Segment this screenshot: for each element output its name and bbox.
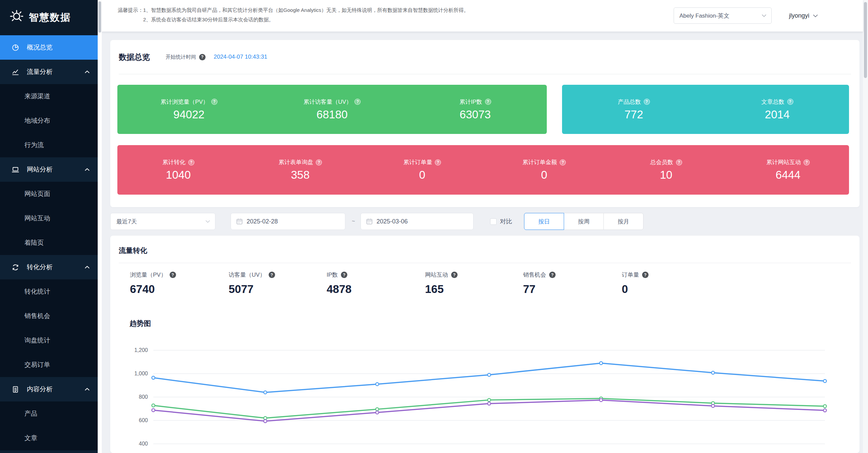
data-point[interactable] — [712, 405, 715, 408]
help-icon[interactable]: ? — [341, 272, 347, 278]
trend-line-chart[interactable]: 1,2001,000800600400 — [112, 344, 860, 453]
by-week-button[interactable]: 按周 — [564, 213, 604, 230]
date-range-select[interactable]: 最近7天 — [110, 213, 215, 230]
data-point[interactable] — [264, 391, 267, 394]
by-day-button[interactable]: 按日 — [524, 213, 564, 230]
data-point[interactable] — [824, 409, 827, 412]
stat-item: 累计订单量?0 — [361, 158, 483, 181]
traffic-section-title: 流量转化 — [119, 246, 147, 255]
help-icon[interactable]: ? — [642, 272, 649, 278]
data-point[interactable] — [488, 402, 491, 405]
sidebar-item-label: 产品 — [24, 409, 37, 418]
traffic-stat-item: 订单量?0 — [622, 271, 649, 296]
help-icon[interactable]: ? — [211, 99, 217, 105]
page-scrollbar[interactable] — [863, 0, 868, 453]
help-icon[interactable]: ? — [188, 159, 194, 165]
help-icon[interactable]: ? — [170, 272, 176, 278]
sidebar-item-site-pages[interactable]: 网站页面 — [0, 182, 98, 206]
sidebar-item-traffic-analysis[interactable]: 流量分析 — [0, 60, 98, 84]
stat-item: 累计网站互动?6444 — [727, 158, 849, 181]
sidebar-item-landing-page[interactable]: 着陆页 — [0, 231, 98, 255]
page-scrollbar-thumb[interactable] — [864, 2, 867, 78]
sidebar: 智慧数据 概况总览流量分析来源渠道地域分布行为流网站分析网站页面网站互动着陆页转… — [0, 0, 98, 453]
site-selector-value: Abely Fashion-英文 — [679, 12, 729, 20]
help-icon[interactable]: ? — [485, 99, 491, 105]
stat-value: 10 — [605, 169, 727, 181]
pie-chart-icon — [12, 44, 19, 52]
sidebar-scrollbar[interactable] — [98, 0, 102, 453]
data-point[interactable] — [264, 420, 267, 423]
end-date-input[interactable]: 2025-03-06 — [361, 213, 474, 230]
help-icon[interactable]: ? — [676, 159, 682, 165]
stat-label: 累计订单量 — [403, 158, 432, 166]
help-icon[interactable]: ? — [560, 159, 566, 165]
sidebar-item-label: 询盘统计 — [24, 336, 50, 345]
calendar-icon — [236, 218, 243, 225]
data-point[interactable] — [600, 398, 603, 401]
chevron-down-icon — [813, 14, 818, 18]
stat-item: 累计订单金额?0 — [483, 158, 605, 181]
sidebar-item-label: 着陆页 — [24, 238, 44, 247]
start-time-value: 2024-04-07 10:43:31 — [214, 54, 267, 60]
help-icon[interactable]: ? — [644, 99, 650, 105]
sidebar-item-overview[interactable]: 概况总览 — [0, 35, 98, 60]
data-point[interactable] — [712, 371, 715, 374]
sidebar-item-label: 交易订单 — [24, 360, 50, 369]
sidebar-item-label: 网站页面 — [24, 190, 50, 198]
data-point[interactable] — [152, 376, 155, 379]
sidebar-item-source-channel[interactable]: 来源渠道 — [0, 84, 98, 109]
help-icon[interactable]: ? — [549, 272, 556, 278]
sidebar-item-inquiry-stats[interactable]: 询盘统计 — [0, 328, 98, 353]
y-axis-tick-label: 800 — [139, 394, 148, 400]
help-icon[interactable]: ? — [354, 99, 361, 105]
sidebar-item-conversion-stats[interactable]: 转化统计 — [0, 279, 98, 304]
traffic-stat-value: 4878 — [327, 283, 351, 296]
document-icon — [12, 386, 19, 393]
help-icon[interactable]: ? — [451, 272, 458, 278]
help-icon[interactable]: ? — [199, 54, 206, 60]
help-icon[interactable]: ? — [269, 272, 275, 278]
compare-label: 对比 — [500, 217, 512, 225]
stat-label: 文章总数 — [761, 98, 785, 106]
tip-line-1: 1、智慧数据系统为我司自研产品，和其它统计分析类平台（如Google Analy… — [143, 5, 469, 15]
traffic-stat-value: 5077 — [229, 283, 275, 296]
user-menu[interactable]: jlyongyi — [789, 0, 818, 32]
help-icon[interactable]: ? — [804, 159, 810, 165]
compare-checkbox[interactable] — [490, 218, 497, 225]
sidebar-item-partial[interactable] — [0, 450, 98, 453]
data-point[interactable] — [488, 398, 491, 401]
sidebar-item-trade-orders[interactable]: 交易订单 — [0, 353, 98, 377]
data-point[interactable] — [376, 408, 379, 411]
help-icon[interactable]: ? — [787, 99, 793, 105]
data-point[interactable] — [152, 409, 155, 412]
sidebar-item-content-analysis[interactable]: 内容分析 — [0, 377, 98, 401]
site-selector[interactable]: Abely Fashion-英文 — [674, 7, 772, 24]
sidebar-item-sales-leads[interactable]: 销售机会 — [0, 304, 98, 328]
sidebar-item-conversion-analysis[interactable]: 转化分析 — [0, 255, 98, 279]
data-point[interactable] — [824, 379, 827, 382]
data-point[interactable] — [264, 417, 267, 420]
sidebar-item-site-analysis[interactable]: 网站分析 — [0, 157, 98, 182]
tips-label: 温馨提示： — [118, 5, 143, 24]
sidebar-item-articles[interactable]: 文章 — [0, 426, 98, 450]
by-month-button[interactable]: 按月 — [603, 213, 643, 230]
sidebar-item-site-interaction[interactable]: 网站互动 — [0, 206, 98, 231]
data-point[interactable] — [376, 411, 379, 414]
data-point[interactable] — [600, 361, 603, 365]
sidebar-item-behavior-flow[interactable]: 行为流 — [0, 133, 98, 157]
sidebar-item-region-distribution[interactable]: 地域分布 — [0, 109, 98, 133]
data-point[interactable] — [488, 373, 491, 376]
help-icon[interactable]: ? — [316, 159, 322, 165]
start-date-input[interactable]: 2025-02-28 — [231, 213, 345, 230]
sidebar-item-label: 流量分析 — [27, 67, 53, 76]
tip-line-2: 2、系统会在访客会话结束30分钟后显示本次会话的数据。 — [143, 15, 469, 24]
chevron-up-icon — [85, 388, 90, 391]
data-point[interactable] — [152, 404, 155, 407]
y-axis-tick-label: 400 — [139, 441, 148, 447]
data-point[interactable] — [376, 383, 379, 386]
help-icon[interactable]: ? — [435, 159, 441, 165]
sidebar-item-products[interactable]: 产品 — [0, 401, 98, 426]
sidebar-scrollbar-thumb[interactable] — [98, 1, 101, 33]
stat-item: 总会员数?10 — [605, 158, 727, 181]
data-point[interactable] — [824, 405, 827, 408]
